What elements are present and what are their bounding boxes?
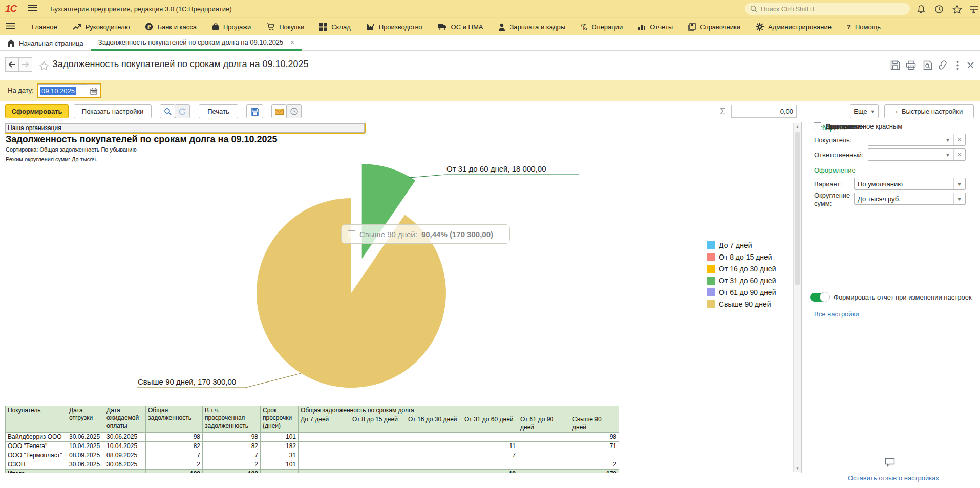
report-content-area: Наша организация Задолженность покупател… <box>3 122 802 473</box>
chevron-down-icon: ▼ <box>870 109 875 114</box>
chevron-down-icon[interactable]: ▼ <box>942 149 953 160</box>
show-settings-button[interactable]: Показать настройки <box>74 104 152 118</box>
rounding-select[interactable]: До тысяч руб.▼ <box>854 193 966 205</box>
report-toolbar: Сформировать Показать настройки Печать Σ… <box>0 101 980 122</box>
menu-item-rukovoditelyu[interactable]: Руководителю <box>65 18 138 36</box>
forward-button[interactable] <box>18 57 32 72</box>
chevron-down-icon[interactable]: ▼ <box>953 178 965 189</box>
quick-settings-panel: Отбор Покупатель: ▼× Ответственный: ▼× О… <box>807 122 980 488</box>
buyer-label: Покупатель: <box>814 136 851 144</box>
pie-chart[interactable] <box>3 122 794 405</box>
legend-swatch <box>707 253 715 261</box>
tab-close-icon[interactable]: × <box>290 38 294 46</box>
service-menu-icon[interactable] <box>968 4 979 15</box>
debt-table: Покупатель Дата отгрузки Дата ожидаемой … <box>5 406 619 473</box>
envelope-icon <box>275 109 284 115</box>
tab-report-active[interactable]: Задолженность покупателей по срокам долг… <box>91 35 302 51</box>
table-total-row: Итого 188188 18170 <box>6 470 619 474</box>
app-window: 1С Бухгалтерия предприятия, редакция 3.0… <box>0 0 980 488</box>
clear-icon[interactable]: × <box>953 149 965 160</box>
tooltip-value: 90,44% (170 300,00) <box>421 230 493 239</box>
menu-item-operacii[interactable]: Дт Кт Операции <box>573 18 630 36</box>
menu-item-otchety[interactable]: Отчеты <box>630 18 680 36</box>
calendar-icon[interactable] <box>87 84 100 97</box>
save-icon[interactable] <box>889 59 901 71</box>
legend-swatch <box>707 241 715 249</box>
variant-select[interactable]: По умолчанию▼ <box>854 178 966 190</box>
vertical-scrollbar[interactable]: ▲ ▼ <box>793 123 801 472</box>
favorite-star-icon[interactable] <box>38 59 50 72</box>
feedback-link[interactable]: Оставить отзыв о настройках <box>848 474 939 482</box>
link-icon[interactable] <box>936 59 949 71</box>
menu-item-pokupki[interactable]: Покупки <box>259 18 312 36</box>
sub-col-header: От 61 до 90 дней <box>518 415 570 433</box>
chevron-down-icon[interactable]: ▼ <box>942 134 953 145</box>
menu-item-administrirovanie[interactable]: Администрирование <box>748 18 839 36</box>
send-email-button[interactable] <box>271 104 287 118</box>
tab-bar: Начальная страница Задолженность покупат… <box>0 35 980 51</box>
more-button[interactable]: Еще▼ <box>850 104 879 118</box>
global-search-input[interactable]: Поиск Ctrl+Shift+F <box>745 3 910 15</box>
menu-item-zarplata-i-kadry[interactable]: Зарплата и кадры <box>491 18 573 36</box>
scroll-down-icon[interactable]: ▼ <box>794 464 801 472</box>
trend-icon <box>73 24 81 30</box>
menu-item-glavnoe[interactable]: Главное <box>24 18 65 36</box>
menu-item-proizvodstvo[interactable]: Производство <box>358 18 430 36</box>
search-icon <box>750 5 757 12</box>
legend-label: От 61 до 90 дней <box>719 288 776 296</box>
checkbox-row[interactable]: Подписи <box>814 122 853 130</box>
menu-item-bank-i-kassa[interactable]: ₽ Банк и касса <box>137 18 204 36</box>
save-file-button[interactable] <box>246 104 263 118</box>
scroll-up-icon[interactable]: ▲ <box>794 123 801 131</box>
menu-item-prodazhi[interactable]: Продажи <box>204 18 259 36</box>
schedule-button[interactable] <box>286 104 302 118</box>
person-icon <box>498 23 505 31</box>
callout-line-green <box>409 175 579 178</box>
history-icon[interactable] <box>933 4 945 15</box>
more-dots-icon[interactable] <box>951 59 964 71</box>
toggle-knob[interactable] <box>820 292 830 302</box>
find-button[interactable] <box>160 104 175 118</box>
panel-divider <box>805 122 805 488</box>
sub-col-header: От 16 до 30 дней <box>406 415 462 433</box>
date-field-focus-frame: 09.10.2025 <box>37 83 101 98</box>
rounding-label: Округление сумм: <box>814 192 853 207</box>
legend-item: От 8 до 15 дней <box>707 252 776 262</box>
cart-icon <box>266 23 275 31</box>
table-row[interactable]: Вайлдберриз ООО30.06.202530.06.2025 9898… <box>6 433 619 442</box>
sum-field[interactable]: 0,00 <box>731 105 797 118</box>
chevron-down-icon[interactable]: ▼ <box>953 193 965 204</box>
refresh-button[interactable] <box>175 104 190 118</box>
menu-item-pomosch[interactable]: ? Помощь <box>839 18 888 36</box>
scrollbar-thumb[interactable] <box>795 132 800 285</box>
tab-home[interactable]: Начальная страница <box>0 35 91 51</box>
favorites-star-icon[interactable] <box>951 4 963 15</box>
back-button[interactable] <box>5 57 19 72</box>
sections-hamburger-icon[interactable] <box>6 22 15 31</box>
bar-chart-icon <box>638 23 646 30</box>
close-icon[interactable] <box>964 59 976 71</box>
print-button[interactable]: Печать <box>199 104 238 118</box>
responsible-select[interactable]: ▼× <box>868 148 966 161</box>
preview-icon[interactable] <box>922 59 934 71</box>
bell-icon[interactable] <box>915 4 927 15</box>
table-row[interactable]: ООО "Термопласт"08.09.202508.09.2025 773… <box>6 451 619 460</box>
menu-item-os-i-nma[interactable]: ОС и НМА <box>430 18 491 36</box>
table-row[interactable]: ООО "Телега"10.04.202510.04.2025 8282182… <box>6 442 619 451</box>
clear-icon[interactable]: × <box>953 134 965 145</box>
checkbox[interactable] <box>814 122 821 130</box>
table-row[interactable]: ОЗОН30.06.202530.06.2025 22101 2 <box>6 460 619 470</box>
col-header: Общая задолженность <box>146 406 203 433</box>
col-header: Срок просрочки (дней) <box>261 406 299 433</box>
generate-button[interactable]: Сформировать <box>5 104 69 118</box>
print-icon[interactable] <box>905 59 917 71</box>
hamburger-icon[interactable] <box>28 4 37 13</box>
all-settings-link[interactable]: Все настройки <box>814 310 859 318</box>
menu-item-sklad[interactable]: Склад <box>312 18 358 36</box>
auto-generate-toggle[interactable] <box>810 293 829 302</box>
ruble-circle-icon: ₽ <box>145 23 153 31</box>
buyer-select[interactable]: ▼× <box>868 134 966 146</box>
quick-settings-button[interactable]: ›Быстрые настройки <box>884 104 974 118</box>
date-input[interactable]: 09.10.2025 <box>38 84 87 97</box>
menu-item-spravochniki[interactable]: Справочники <box>680 18 748 36</box>
